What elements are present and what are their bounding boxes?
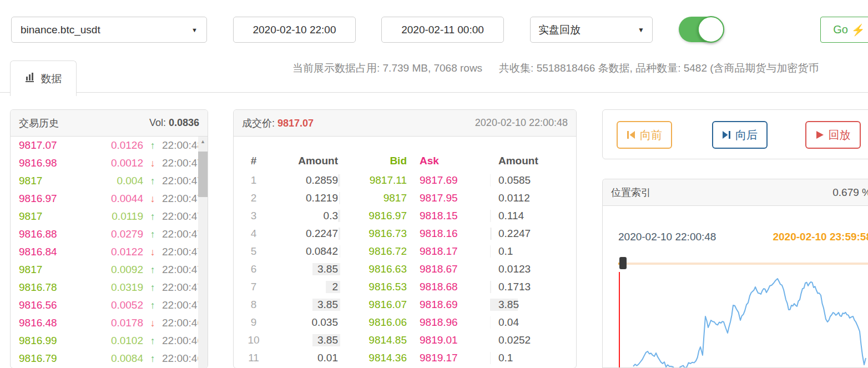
toggle-switch[interactable]	[679, 17, 723, 42]
trade-price: 9817	[19, 264, 74, 276]
ask-price-cell: 9819.01	[410, 334, 490, 346]
mode-select-value: 实盘回放	[538, 23, 581, 37]
orderbook-rows: 10.28599817.119817.690.058520.1219981798…	[234, 172, 576, 367]
bid-price-cell: 9816.07	[340, 299, 410, 311]
volume-readout: Vol: 0.0836	[149, 117, 199, 129]
ask-amount-cell: 0.0585	[490, 174, 573, 186]
volume-value: 0.0836	[169, 117, 199, 128]
trade-amount: 0.0092	[74, 264, 143, 276]
trade-price: 9816.78	[19, 281, 74, 294]
trade-list: 9817.070.0126↑22:00:489816.980.0012↓22:0…	[11, 137, 208, 368]
up-arrow-icon: ↑	[143, 175, 162, 187]
tab-divider	[0, 92, 868, 93]
trade-row: 98170.0092↑22:00:47	[11, 261, 208, 279]
bid-price-cell: 9814.85	[340, 334, 410, 346]
ask-amount-cell: 0.2247	[490, 228, 573, 240]
orderbook-row: 63.859816.639818.670.0123	[234, 260, 576, 278]
playback-controls-box: 向前 向后 回放	[602, 109, 868, 159]
bid-amount-cell: 2	[274, 281, 340, 293]
trade-price: 9816.48	[19, 317, 74, 329]
bid-price-cell: 9816.63	[340, 263, 410, 275]
ask-amount-cell: 0.1	[490, 352, 573, 364]
position-index-title: 位置索引	[611, 186, 651, 199]
row-index-cell: 6	[234, 263, 274, 275]
bid-amount-cell: 3.85	[274, 263, 340, 275]
ask-price-cell: 9818.69	[410, 299, 490, 311]
orderbook-datetime: 2020-02-10 22:00:48	[475, 117, 568, 129]
bid-amount-cell: 0.1219	[274, 192, 340, 204]
trade-row: 9816.790.0084↑22:00:46	[11, 350, 208, 367]
trade-price: 9816.56	[19, 299, 74, 311]
trade-history-header: 交易历史 Vol: 0.0836	[11, 110, 208, 137]
chevron-down-icon: ▼	[638, 26, 644, 34]
trade-history-title: 交易历史	[19, 117, 59, 130]
col-header-bid: Bid	[340, 155, 410, 167]
up-arrow-icon: ↑	[143, 335, 162, 347]
position-slider[interactable]	[618, 256, 868, 268]
trade-price: 9817	[19, 175, 74, 187]
slider-track[interactable]	[618, 263, 868, 265]
current-data-usage: 当前展示数据占用: 7.739 MB, 7068 rows	[292, 61, 482, 75]
step-forward-button[interactable]: 向后	[712, 121, 768, 149]
replay-button[interactable]: 回放	[805, 121, 861, 149]
orderbook-row: 40.22479816.739818.160.2247	[234, 225, 576, 243]
row-index-cell: 9	[234, 316, 274, 329]
toggle-knob	[698, 16, 724, 43]
trade-amount: 0.0012	[74, 157, 143, 169]
row-index-cell: 7	[234, 281, 274, 293]
end-time-value: 2020-02-11 00:00	[401, 24, 484, 36]
symbol-select[interactable]: binance.btc_usdt ▼	[11, 17, 207, 43]
row-index-cell: 8	[234, 299, 274, 311]
bid-amount-cell: 3.85	[274, 334, 340, 346]
up-arrow-icon: ↑	[143, 211, 162, 223]
tab-data-label: 数据	[41, 72, 62, 86]
scrollbar-up-arrow-icon[interactable]: ▲	[198, 138, 208, 145]
down-arrow-icon: ↓	[143, 246, 162, 258]
skip-next-icon	[722, 130, 731, 139]
trade-amount: 0.0052	[74, 299, 143, 311]
trade-amount: 0.0044	[74, 193, 143, 205]
row-index-cell: 11	[234, 352, 274, 364]
bar-chart-icon	[25, 72, 36, 85]
up-arrow-icon: ↑	[143, 229, 162, 240]
trade-price: 9816.99	[19, 335, 74, 347]
bid-price-cell: 9816.73	[340, 228, 410, 240]
down-arrow-icon: ↓	[143, 317, 162, 329]
range-end-datetime: 2020-02-10 23:59:58	[773, 230, 868, 244]
ask-price-cell: 9817.95	[410, 192, 490, 204]
bid-price-cell: 9816.53	[340, 281, 410, 293]
trade-amount: 0.0178	[74, 317, 143, 329]
row-index-cell: 4	[234, 228, 274, 240]
scrollbar-track[interactable]: ▲	[198, 137, 208, 368]
down-arrow-icon: ↓	[143, 158, 162, 169]
trade-amount: 0.004	[74, 175, 143, 187]
last-price-label: 成交价:	[242, 118, 277, 129]
trade-price: 9816.79	[19, 352, 74, 365]
slider-handle[interactable]	[619, 257, 627, 269]
mode-select[interactable]: 实盘回放 ▼	[530, 17, 653, 43]
ask-amount-cell: 0.114	[490, 210, 573, 222]
row-index-cell: 5	[234, 245, 274, 258]
trade-amount: 0.0122	[74, 246, 143, 258]
position-index-chart	[618, 270, 868, 368]
trade-amount: 0.0126	[74, 139, 143, 152]
trade-price: 9816.97	[19, 193, 74, 205]
end-time-input[interactable]: 2020-02-11 00:00	[381, 17, 504, 43]
start-time-input[interactable]: 2020-02-10 22:00	[233, 17, 356, 43]
bid-amount-cell: 0.0842	[274, 245, 340, 258]
step-back-button[interactable]: 向前	[617, 121, 672, 149]
trade-history-panel: 交易历史 Vol: 0.0836 9817.070.0126↑22:00:489…	[10, 109, 208, 368]
last-price-readout: 成交价: 9817.07	[242, 117, 314, 130]
trade-amount: 0.0084	[74, 352, 143, 365]
go-button-label: Go	[833, 23, 848, 36]
ask-amount-cell: 0.0112	[490, 192, 573, 204]
go-button[interactable]: Go ⚡	[820, 17, 868, 43]
scrollbar-thumb[interactable]	[198, 152, 208, 197]
row-index-cell: 3	[234, 210, 274, 222]
position-index-body: 2020-02-10 22:00:48 2020-02-10 23:59:58	[603, 206, 868, 368]
ask-amount-cell: 0.0252	[490, 334, 573, 346]
tab-data[interactable]: 数据	[10, 61, 77, 96]
ask-amount-cell: 0.1	[490, 245, 573, 258]
up-arrow-icon: ↑	[143, 282, 162, 294]
trade-row: 9816.840.0122↓22:00:47	[11, 243, 208, 261]
